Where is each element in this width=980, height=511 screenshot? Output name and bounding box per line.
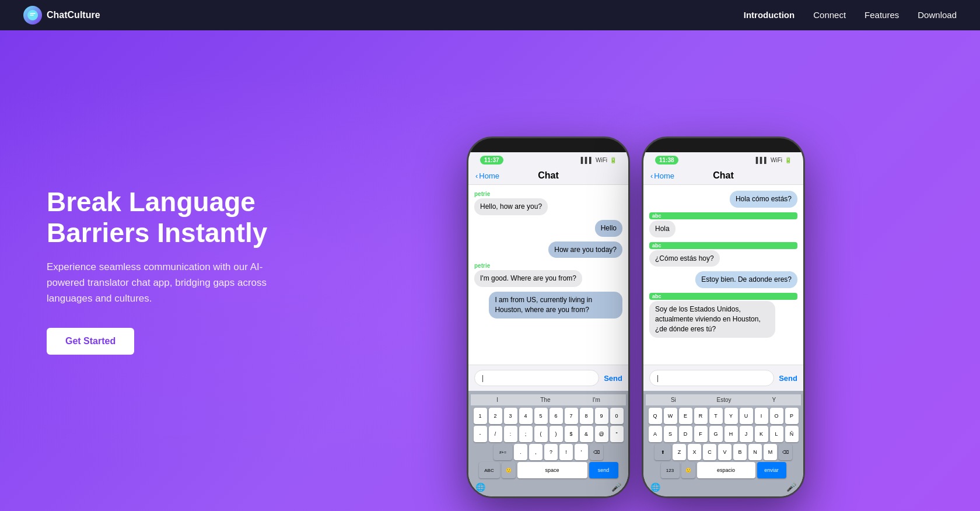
- phone1-input-field[interactable]: |: [474, 370, 599, 386]
- phone2-row-a: ASDFGHJKLÑ: [646, 426, 801, 442]
- nav-connect[interactable]: Connect: [813, 10, 846, 20]
- phone1-notch: [513, 138, 583, 152]
- phone1-suggestions: I The I'm: [471, 394, 626, 405]
- msg-bubble-2: Hello: [595, 220, 622, 237]
- phone1-input-bar: | Send: [468, 365, 628, 391]
- phone1-keyboard: I The I'm 1234567890 -/:;()$&@" #+= .,?!…: [468, 391, 628, 496]
- phone1-row-bottom: ABC 🙂 space send: [471, 462, 626, 478]
- p2-msg-row-4: Estoy bien. De adonde eres?: [649, 271, 797, 288]
- phone2-send-button[interactable]: Send: [779, 374, 797, 383]
- msg-row-1: petrie Hello, how are you?: [474, 191, 622, 215]
- phone1-back-button[interactable]: ‹ Home: [475, 172, 499, 180]
- phone1-screen: 11:37 ▌▌▌ WiFi 🔋 ‹ Home Chat petrie: [468, 152, 628, 496]
- phone2-keyboard: Si Estoy Y QWERTYUIOP ASDFGHJKLÑ ⬆ ZXCVB…: [643, 391, 803, 496]
- phone1-send-button[interactable]: Send: [604, 374, 622, 383]
- logo[interactable]: ChatCulture: [23, 6, 100, 24]
- phone1-row-num: 1234567890: [471, 408, 626, 424]
- phone2-chat-area: Hola cómo estás? abc Hola abc ¿Cómo está…: [643, 185, 803, 365]
- p2-msg-row-1: Hola cómo estás?: [649, 191, 797, 208]
- p2-msg-bubble-2: Hola: [649, 220, 676, 237]
- phone-2: 11:38 ▌▌▌ WiFi 🔋 ‹ Home Chat Hola cómo e…: [642, 136, 805, 498]
- phone1-mic-icon: 🎤: [611, 482, 621, 492]
- p2-abc-badge-2: abc: [649, 212, 797, 219]
- navbar: ChatCulture Introduction Connect Feature…: [0, 0, 980, 30]
- msg-bubble-4: I'm good. Where are you from?: [474, 270, 582, 287]
- msg-row-5: I am from US, currently living in Housto…: [474, 292, 622, 318]
- hero-section: Break Language Barriers Instantly Experi…: [0, 30, 980, 511]
- phone2-input-bar: | Send: [643, 365, 803, 391]
- phones-showcase: 11:37 ▌▌▌ WiFi 🔋 ‹ Home Chat petrie: [338, 43, 933, 498]
- nav-introduction[interactable]: Introduction: [744, 10, 794, 20]
- phone2-input-field[interactable]: |: [649, 370, 774, 386]
- phone2-back-button[interactable]: ‹ Home: [650, 172, 674, 180]
- phone1-row-sym: -/:;()$&@": [471, 426, 626, 442]
- hero-description: Experience seamless communication with o…: [47, 259, 292, 307]
- phone2-globe-icon: 🌐: [650, 482, 660, 492]
- msg-sender-4: petrie: [474, 262, 622, 269]
- phone2-time: 11:38: [655, 156, 678, 164]
- p2-msg-row-3: abc ¿Cómo estás hoy?: [649, 242, 797, 267]
- phone1-globe-icon: 🌐: [475, 482, 485, 492]
- logo-text: ChatCulture: [47, 10, 100, 20]
- phone2-notch: [688, 138, 758, 152]
- phone1-time: 11:37: [480, 156, 503, 164]
- phone1-status-icons: ▌▌▌ WiFi 🔋: [581, 157, 617, 163]
- phone1-row-sym2: #+= .,?!' ⌫: [471, 444, 626, 460]
- msg-bubble-5: I am from US, currently living in Housto…: [489, 292, 622, 318]
- phone1-keyboard-bottom: 🌐 🎤: [471, 480, 626, 494]
- phone2-suggestions: Si Estoy Y: [646, 394, 801, 405]
- phone2-ios-nav: ‹ Home Chat: [643, 167, 803, 185]
- phone1-status-bar: 11:37 ▌▌▌ WiFi 🔋: [468, 152, 628, 167]
- p2-abc-badge-3: abc: [649, 242, 797, 249]
- msg-row-4: petrie I'm good. Where are you from?: [474, 262, 622, 287]
- nav-links: Introduction Connect Features Download: [744, 10, 957, 20]
- nav-features[interactable]: Features: [864, 10, 899, 20]
- phone1-chat-area: petrie Hello, how are you? Hello How are…: [468, 185, 628, 365]
- phone-1: 11:37 ▌▌▌ WiFi 🔋 ‹ Home Chat petrie: [467, 136, 630, 498]
- phone2-row-z: ⬆ ZXCVBNM ⌫: [646, 444, 801, 460]
- nav-download[interactable]: Download: [918, 10, 957, 20]
- p2-msg-bubble-5: Soy de los Estados Unidos, actualmente v…: [649, 301, 775, 337]
- p2-msg-row-2: abc Hola: [649, 212, 797, 237]
- p2-msg-row-5: abc Soy de los Estados Unidos, actualmen…: [649, 293, 797, 337]
- msg-bubble-3: How are you today?: [548, 242, 622, 258]
- phone1-nav-title: Chat: [538, 170, 559, 181]
- get-started-button[interactable]: Get Started: [47, 328, 134, 355]
- p2-msg-bubble-1: Hola cómo estás?: [730, 191, 797, 208]
- phone2-status-icons: ▌▌▌ WiFi 🔋: [756, 157, 792, 163]
- phone2-screen: 11:38 ▌▌▌ WiFi 🔋 ‹ Home Chat Hola cómo e…: [643, 152, 803, 496]
- phone2-mic-icon: 🎤: [786, 482, 796, 492]
- phone2-row-bottom: 123 🙂 espacio enviar: [646, 462, 801, 478]
- phone2-keyboard-bottom: 🌐 🎤: [646, 480, 801, 494]
- phone1-ios-nav: ‹ Home Chat: [468, 167, 628, 185]
- p2-msg-bubble-3: ¿Cómo estás hoy?: [649, 250, 720, 267]
- phone2-status-bar: 11:38 ▌▌▌ WiFi 🔋: [643, 152, 803, 167]
- phone2-nav-title: Chat: [713, 170, 734, 181]
- msg-row-2: Hello: [474, 220, 622, 237]
- msg-row-3: How are you today?: [474, 242, 622, 258]
- msg-sender-1: petrie: [474, 191, 622, 197]
- p2-abc-badge-5: abc: [649, 293, 797, 300]
- msg-bubble-1: Hello, how are you?: [474, 198, 548, 215]
- phone2-row-q: QWERTYUIOP: [646, 408, 801, 424]
- logo-icon: [23, 6, 42, 24]
- hero-content: Break Language Barriers Instantly Experi…: [47, 187, 338, 354]
- p2-msg-bubble-4: Estoy bien. De adonde eres?: [695, 271, 797, 288]
- hero-title: Break Language Barriers Instantly: [47, 187, 338, 249]
